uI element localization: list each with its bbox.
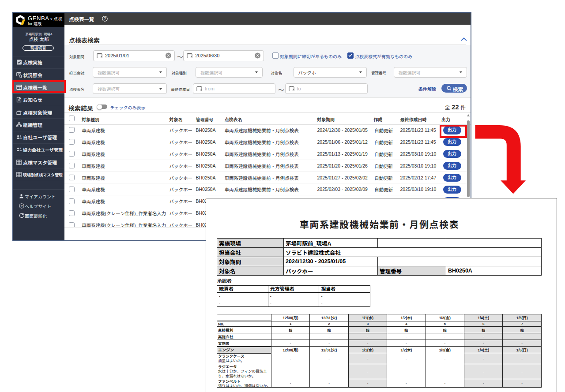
svg-text:?: ? xyxy=(21,204,23,208)
svg-text:?: ? xyxy=(104,16,106,21)
